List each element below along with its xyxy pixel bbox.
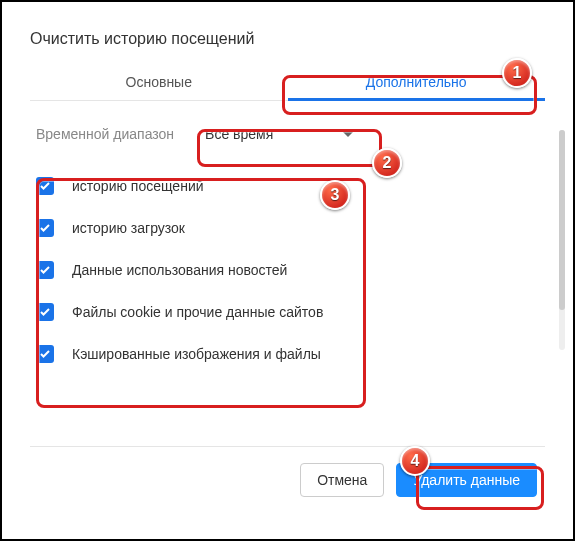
dialog-footer: Отмена Удалить данные	[30, 446, 545, 511]
tab-advanced[interactable]: Дополнительно	[288, 64, 546, 100]
check-icon	[39, 264, 51, 276]
options-list: историю посещений историю загрузок Данны…	[30, 169, 545, 375]
time-range-dropdown[interactable]: Все время	[194, 119, 364, 149]
checkbox-cookies[interactable]	[36, 303, 54, 321]
dialog-body: Временной диапазон Все время историю пос…	[30, 101, 545, 431]
time-range-value: Все время	[205, 126, 273, 142]
option-label: Кэшированные изображения и файлы	[72, 346, 321, 362]
check-icon	[39, 348, 51, 360]
list-item: историю загрузок	[36, 219, 539, 237]
chevron-down-icon	[343, 132, 353, 137]
check-icon	[39, 306, 51, 318]
scrollbar[interactable]	[559, 130, 565, 350]
scrollbar-thumb[interactable]	[559, 130, 565, 310]
check-icon	[39, 222, 51, 234]
option-label: Файлы cookie и прочие данные сайтов	[72, 304, 323, 320]
list-item: историю посещений	[36, 177, 539, 195]
checkbox-cache[interactable]	[36, 345, 54, 363]
checkbox-news-usage[interactable]	[36, 261, 54, 279]
check-icon	[39, 180, 51, 192]
tab-basic[interactable]: Основные	[30, 64, 288, 100]
tabs: Основные Дополнительно	[30, 64, 545, 101]
cancel-button[interactable]: Отмена	[300, 463, 384, 497]
dialog-title: Очистить историю посещений	[30, 30, 545, 48]
checkbox-download-history[interactable]	[36, 219, 54, 237]
option-label: историю загрузок	[72, 220, 185, 236]
checkbox-browsing-history[interactable]	[36, 177, 54, 195]
list-item: Данные использования новостей	[36, 261, 539, 279]
option-label: историю посещений	[72, 178, 204, 194]
option-label: Данные использования новостей	[72, 262, 287, 278]
list-item: Файлы cookie и прочие данные сайтов	[36, 303, 539, 321]
time-range-label: Временной диапазон	[36, 126, 174, 142]
delete-data-button[interactable]: Удалить данные	[396, 463, 537, 497]
time-range-row: Временной диапазон Все время	[30, 119, 545, 149]
clear-history-dialog: Очистить историю посещений Основные Допо…	[30, 30, 545, 511]
list-item: Кэшированные изображения и файлы	[36, 345, 539, 363]
